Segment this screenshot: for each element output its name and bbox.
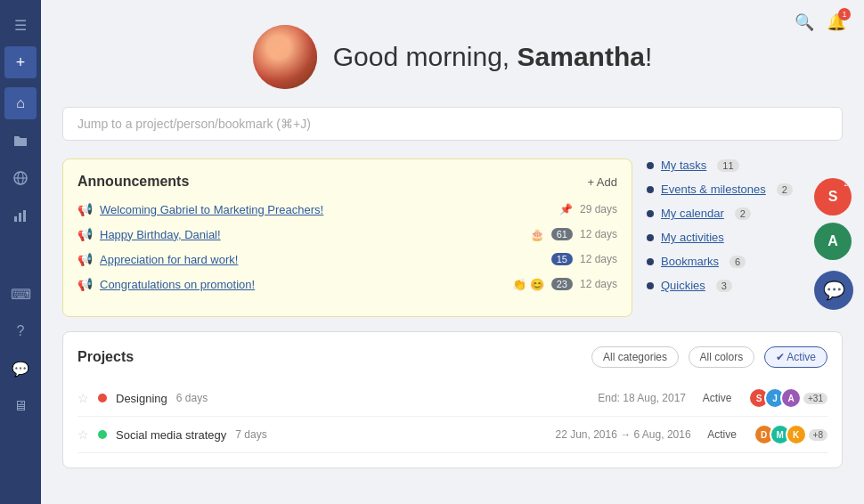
status-dot-red [98, 394, 107, 402]
main-area: 🔍 🔔 1 Good morning, Samantha! Jump to a … [41, 0, 864, 504]
quick-links-panel: My tasks 11 Events & milestones 2 My cal… [647, 159, 843, 317]
monitor-icon[interactable]: 🖥 [4, 390, 37, 422]
quick-link-my-tasks[interactable]: My tasks 11 [647, 159, 843, 172]
quick-link-label: My activities [661, 231, 724, 244]
greeting-name: Samantha [518, 42, 645, 71]
float-avatar-2[interactable]: A [814, 223, 852, 260]
menu-icon[interactable]: ☰ [4, 9, 37, 41]
announcements-panel: Announcements + Add 📢 Welcoming Gabriel … [62, 159, 632, 317]
dot-icon [647, 210, 654, 217]
dot-icon [647, 258, 654, 265]
project-dates: End: 18 Aug, 2017 [598, 392, 686, 404]
notification-button[interactable]: 🔔 1 [827, 12, 846, 32]
megaphone-icon: 📢 [77, 227, 93, 241]
avatar-count: +31 [803, 393, 827, 404]
dot-icon [647, 234, 654, 241]
announcement-days: 12 days [580, 278, 617, 290]
project-status: Active [695, 392, 739, 404]
search-button[interactable]: 🔍 [795, 12, 814, 32]
projects-title: Projects [77, 349, 134, 365]
notification-badge: 1 [838, 8, 851, 20]
svg-rect-4 [19, 213, 21, 222]
announcement-link[interactable]: Appreciation for hard work! [100, 253, 544, 266]
announcement-item: 📢 Happy Birthday, Danial! 🎂 61 12 days [77, 227, 617, 241]
project-avatars: S J A +31 [748, 387, 827, 409]
reaction-badge: 15 [551, 253, 573, 265]
avatar-mini: A [780, 387, 802, 409]
quick-link-label: Events & milestones [661, 183, 766, 196]
quick-link-activities[interactable]: My activities [647, 231, 843, 244]
keyboard-icon[interactable]: ⌨ [4, 278, 37, 310]
announcement-item: 📢 Welcoming Gabriel to Marketing Preache… [77, 202, 617, 216]
quick-link-badge: 2 [777, 183, 793, 196]
greeting-section: Good morning, Samantha! [62, 25, 843, 89]
quick-link-bookmarks[interactable]: Bookmarks 6 [647, 255, 843, 268]
quick-link-quickies[interactable]: Quickies 3 [647, 279, 843, 292]
globe-icon[interactable] [4, 162, 37, 194]
add-announcement-button[interactable]: + Add [587, 175, 617, 189]
announcement-link[interactable]: Congratulations on promotion! [100, 278, 505, 291]
pin-icon: 📌 [559, 203, 573, 215]
announcement-emojis: 🎂 [530, 228, 544, 241]
project-row: ☆ Designing 6 days End: 18 Aug, 2017 Act… [77, 380, 827, 417]
star-icon[interactable]: ☆ [77, 427, 89, 442]
star-icon[interactable]: ☆ [77, 391, 89, 405]
two-col-layout: Announcements + Add 📢 Welcoming Gabriel … [62, 159, 843, 317]
dot-icon [647, 162, 654, 169]
announcement-item: 📢 Congratulations on promotion! 👏 😊 23 1… [77, 277, 617, 291]
reaction-badge: 61 [551, 228, 573, 240]
reaction-badge: 23 [551, 278, 573, 290]
svg-rect-5 [23, 210, 26, 222]
project-name: Designing [116, 392, 167, 405]
project-filters: All categories All colors ✔ Active [586, 346, 827, 368]
announcements-title: Announcements [77, 174, 189, 190]
project-avatars: D M K +8 [754, 424, 827, 445]
chat-icon[interactable]: 💬 [4, 353, 37, 385]
avatar-count: +8 [809, 429, 827, 441]
announcement-days: 12 days [580, 253, 617, 265]
filter-all-categories[interactable]: All categories [591, 346, 679, 368]
help-icon[interactable]: ? [4, 315, 37, 347]
announcement-days: 12 days [580, 228, 617, 240]
projects-header: Projects All categories All colors ✔ Act… [77, 346, 827, 368]
announcement-link[interactable]: Happy Birthday, Danial! [100, 228, 523, 241]
chat-fab-icon: 💬 [823, 280, 845, 301]
status-dot-green [98, 430, 107, 439]
dot-icon [647, 282, 654, 289]
megaphone-icon: 📢 [77, 252, 93, 266]
chat-fab-button[interactable]: 💬 [814, 271, 853, 310]
dot-icon [647, 186, 654, 193]
project-name: Social media strategy [116, 428, 226, 442]
megaphone-icon: 📢 [77, 277, 93, 291]
search-bar[interactable]: Jump to a project/person/bookmark (⌘+J) [62, 107, 843, 141]
announcement-days: 29 days [580, 203, 617, 215]
svg-rect-3 [14, 216, 17, 222]
quick-link-label: Quickies [661, 279, 705, 292]
announcement-link[interactable]: Welcoming Gabriel to Marketing Preachers… [100, 203, 552, 216]
filter-active[interactable]: ✔ Active [764, 346, 827, 368]
quick-link-badge: 6 [730, 256, 746, 268]
quick-link-label: Bookmarks [661, 255, 719, 268]
folder-icon[interactable] [4, 125, 37, 157]
quick-link-badge: 11 [717, 159, 738, 172]
add-button[interactable]: + [4, 46, 37, 78]
project-row: ☆ Social media strategy 7 days 22 Jun, 2… [77, 417, 827, 453]
home-icon[interactable]: ⌂ [4, 87, 37, 119]
filter-all-colors[interactable]: All colors [689, 346, 755, 368]
projects-panel: Projects All categories All colors ✔ Act… [62, 331, 843, 468]
megaphone-icon: 📢 [77, 202, 93, 216]
quick-link-calendar[interactable]: My calendar 2 [647, 207, 843, 220]
quick-link-badge: 3 [716, 280, 732, 292]
search-placeholder: Jump to a project/person/bookmark (⌘+J) [77, 117, 311, 131]
avatar [253, 25, 317, 89]
quick-link-events[interactable]: Events & milestones 2 [647, 183, 843, 196]
project-days: 6 days [176, 392, 208, 404]
greeting-text: Good morning, Samantha! [333, 42, 653, 72]
float-badge: 2 [839, 178, 852, 191]
chart-icon[interactable] [4, 199, 37, 232]
float-avatar-1[interactable]: S 2 [814, 178, 852, 215]
project-dates: 22 Jun, 2016 → 6 Aug, 2016 [555, 428, 690, 441]
announcements-header: Announcements + Add [77, 174, 617, 190]
avatar-mini: K [786, 424, 807, 445]
announcement-emojis: 👏 😊 [512, 278, 544, 291]
